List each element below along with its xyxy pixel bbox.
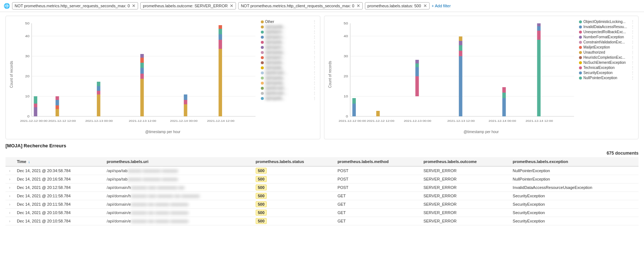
exception-value-6: SecurityException — [513, 219, 545, 223]
th-exception[interactable]: prometheus.labels.exception — [510, 157, 639, 166]
legend-menu-c2-7[interactable]: ⋮ — [631, 50, 635, 54]
method-value-2: POST — [338, 185, 348, 190]
legend-menu-12[interactable]: ⋮ — [313, 81, 316, 85]
svg-rect-73 — [537, 23, 541, 26]
legend-label-1: /api/spa/de... — [265, 25, 286, 29]
exception-cell-1: NullPointerException — [510, 175, 639, 183]
svg-text:40: 40 — [25, 34, 30, 38]
legend-label-2: /api/batch/... — [265, 30, 285, 34]
legend-menu-c2-6[interactable]: ⋮ — [631, 45, 635, 49]
svg-rect-32 — [218, 49, 222, 116]
expand-btn-6[interactable]: › — [8, 219, 11, 223]
filter-tag-1[interactable]: NOT prometheus.metrics.http_server_reque… — [12, 2, 138, 9]
legend-menu-14[interactable]: ⋮ — [313, 91, 316, 95]
status-badge-0: 500 — [256, 168, 267, 174]
outcome-value-1: SERVER_ERROR — [423, 177, 457, 181]
time-value-2: Dec 14, 2021 @ 20:12:58.784 — [17, 185, 71, 190]
th-outcome-label: prometheus.labels.outcome — [423, 159, 477, 164]
legend-item-12: /api/spa/ep... ⋮ — [261, 81, 316, 85]
table-row: › Dec 14, 2021 @ 20:12:58.784 /api/domai… — [5, 183, 639, 192]
expand-btn-4[interactable]: › — [8, 202, 11, 206]
method-value-3: GET — [338, 194, 346, 198]
svg-text:30: 30 — [343, 54, 348, 58]
legend-menu-9[interactable]: ⋮ — [313, 66, 316, 70]
expand-btn-2[interactable]: › — [8, 186, 11, 190]
time-value-5: Dec 14, 2021 @ 20:10:58.784 — [17, 210, 71, 215]
legend-menu-c2-9[interactable]: ⋮ — [631, 61, 635, 65]
expand-btn-1[interactable]: › — [8, 177, 11, 181]
legend-menu-11[interactable]: ⋮ — [313, 76, 316, 80]
svg-text:2021-12-12 00:00: 2021-12-12 00:00 — [339, 119, 366, 123]
outcome-cell-6: SERVER_ERROR — [420, 217, 510, 225]
th-uri[interactable]: prometheus.labels.uri — [104, 157, 253, 166]
legend-dot-15 — [261, 97, 264, 100]
table-row: › Dec 14, 2021 @ 20:34:58.784 /api/spa/t… — [5, 166, 639, 175]
legend-menu-c2-11[interactable]: ⋮ — [631, 71, 635, 75]
legend-menu-c2-1[interactable]: ⋮ — [631, 20, 635, 24]
method-value-6: GET — [338, 219, 346, 223]
legend-dot-6 — [261, 51, 264, 54]
th-expand — [5, 157, 14, 166]
filter-remove-2[interactable]: ✕ — [230, 3, 233, 8]
filter-remove-3[interactable]: ✕ — [357, 3, 360, 8]
legend-dot-c2-8 — [579, 56, 582, 59]
table-row: › Dec 14, 2021 @ 20:16:58.784 /api/spa/t… — [5, 175, 639, 183]
legend-menu-4[interactable]: ⋮ — [313, 40, 316, 44]
th-status[interactable]: prometheus.labels.status — [253, 157, 335, 166]
legend-menu-1[interactable]: ⋮ — [313, 25, 316, 29]
filter-remove-1[interactable]: ✕ — [132, 3, 136, 8]
th-outcome[interactable]: prometheus.labels.outcome — [420, 157, 510, 166]
svg-text:0: 0 — [346, 115, 348, 118]
filter-tag-label-2: prometheus.labels.outcome: SERVER_ERROR — [143, 4, 228, 8]
legend-dot-c2-5 — [579, 41, 582, 44]
globe-icon: 🌐 — [4, 3, 10, 9]
time-cell-4: Dec 14, 2021 @ 20:11:58.784 — [14, 200, 104, 209]
svg-rect-27 — [140, 58, 144, 63]
legend-item-3: /api/spa/cc... ⋮ — [261, 35, 316, 39]
legend-menu-3[interactable]: ⋮ — [313, 35, 316, 39]
filter-tag-2[interactable]: prometheus.labels.outcome: SERVER_ERROR … — [140, 2, 236, 9]
method-cell-4: GET — [335, 200, 420, 209]
outcome-cell-1: SERVER_ERROR — [420, 175, 510, 183]
expand-btn-0[interactable]: › — [8, 169, 11, 173]
chart-2: Count of records 0 10 20 30 — [324, 16, 639, 139]
legend-menu-2[interactable]: ⋮ — [313, 30, 316, 34]
filter-remove-4[interactable]: ✕ — [423, 3, 427, 8]
expand-btn-5[interactable]: › — [8, 211, 11, 215]
legend-menu-15[interactable]: ⋮ — [313, 96, 316, 100]
expand-btn-3[interactable]: › — [8, 194, 11, 198]
legend-label-8: /api/spa/ta... — [265, 61, 285, 65]
legend-menu-10[interactable]: ⋮ — [313, 71, 316, 75]
legend-menu-8[interactable]: ⋮ — [313, 61, 316, 65]
legend-label-c2-12: NullPointerException — [583, 76, 617, 80]
add-filter-button[interactable]: + Add filter — [432, 4, 451, 8]
legend-item-c2-10: TechnicalException ⋮ — [579, 66, 635, 70]
outcome-value-2: SERVER_ERROR — [423, 185, 457, 190]
legend-menu-c2-5[interactable]: ⋮ — [631, 40, 635, 44]
legend-menu-other[interactable]: ⋮ — [313, 20, 316, 24]
legend-menu-c2-4[interactable]: ⋮ — [631, 35, 635, 39]
legend-item-10: /api/domain... ⋮ — [261, 71, 316, 75]
legend-menu-13[interactable]: ⋮ — [313, 86, 316, 90]
legend-menu-7[interactable]: ⋮ — [313, 55, 316, 59]
table-title: [MOJA] Recherche Erreurs — [5, 143, 639, 148]
legend-menu-6[interactable]: ⋮ — [313, 50, 316, 54]
method-value-5: GET — [338, 210, 346, 215]
filter-tag-4[interactable]: prometheus.labels.status: 500 ✕ — [365, 2, 430, 9]
time-cell-5: Dec 14, 2021 @ 20:10:58.784 — [14, 209, 104, 217]
legend-menu-c2-12[interactable]: ⋮ — [631, 76, 635, 80]
legend-item-c2-7: Unauthorized ⋮ — [579, 50, 635, 54]
legend-menu-c2-3[interactable]: ⋮ — [631, 30, 635, 34]
uri-prefix-1: /api/spa/tab — [107, 177, 127, 181]
legend-menu-5[interactable]: ⋮ — [313, 45, 316, 49]
uri-blurred-5: xxxxxxxx xxx xxxxxxx xxxxxxxxx — [131, 210, 188, 215]
filter-tag-3[interactable]: NOT prometheus.metrics.http_client_reque… — [238, 2, 362, 9]
exception-cell-4: SecurityException — [510, 200, 639, 209]
legend-menu-c2-10[interactable]: ⋮ — [631, 66, 635, 70]
legend-menu-c2-8[interactable]: ⋮ — [631, 55, 635, 59]
legend-menu-c2-2[interactable]: ⋮ — [631, 25, 635, 29]
expand-cell-5: › — [5, 209, 14, 217]
th-time[interactable]: Time ↓ — [14, 157, 104, 166]
chart-1-svg-wrap: 0 10 20 30 40 50 — [14, 20, 258, 129]
th-method[interactable]: prometheus.labels.method — [335, 157, 420, 166]
